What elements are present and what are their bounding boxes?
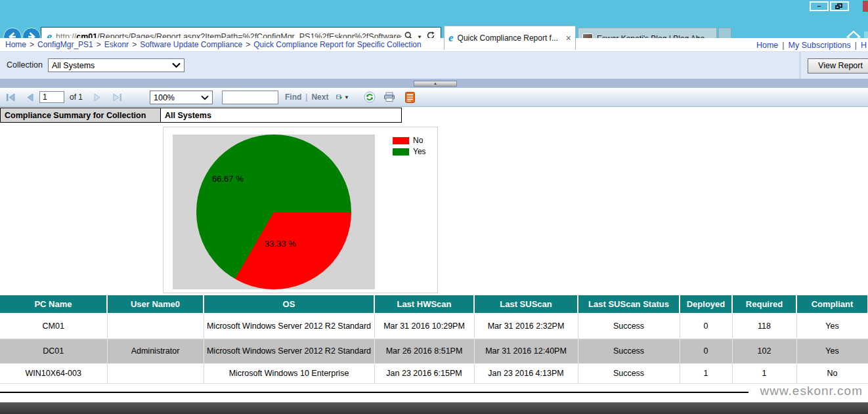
chart-plot-area: 66.67 % 33.33 % <box>173 135 375 289</box>
breadcrumb-current-report[interactable]: Quick Compliance Report for Specific Col… <box>253 40 421 49</box>
breadcrumb-eskonr[interactable]: Eskonr <box>104 40 129 49</box>
pie-label-no: 33.33 % <box>265 239 296 249</box>
table-header-row: PC Name User Name0 OS Last HWScan Last S… <box>0 295 868 314</box>
collection-dropdown[interactable]: All Systems <box>48 58 184 72</box>
col-last-hwscan: Last HWScan <box>374 295 474 314</box>
link-home[interactable]: Home <box>756 41 778 50</box>
col-required: Required <box>732 295 796 314</box>
tab-quick-compliance-report[interactable]: e Quick Compliance Report f... × <box>444 26 576 50</box>
print-icon[interactable] <box>383 91 396 104</box>
bottom-bar <box>0 402 868 414</box>
legend-swatch-no <box>393 137 409 144</box>
chart-legend: No Yes <box>393 136 426 158</box>
legend-item-yes: Yes <box>393 147 426 156</box>
top-links: Home|My Subscriptions|H <box>756 38 867 52</box>
report-footer-line <box>0 392 749 393</box>
summary-value: All Systems <box>160 108 402 123</box>
watermark: www.eskonr.com <box>760 384 863 398</box>
chevron-down-icon <box>201 93 209 102</box>
parameter-splitter: ▲ <box>0 79 868 88</box>
find-next-link[interactable]: Next <box>311 93 328 102</box>
page-count-label: of 1 <box>70 93 83 102</box>
find-text-input[interactable] <box>222 91 278 104</box>
col-last-suscan: Last SUScan <box>474 295 578 314</box>
compliance-pie-chart: 66.67 % 33.33 % No Yes <box>163 127 438 293</box>
view-report-button[interactable]: View Report <box>808 58 868 73</box>
table-row: CM01 Microsoft Windows Server 2012 R2 St… <box>0 314 868 339</box>
chevron-down-icon <box>172 61 181 70</box>
zoom-dropdown[interactable]: 100% <box>150 91 213 104</box>
breadcrumb-configmgr[interactable]: ConfigMgr_PS1 <box>37 40 93 49</box>
col-pc-name: PC Name <box>0 295 107 314</box>
table-row: WIN10X64-003 Microsoft Windows 10 Enterp… <box>0 363 868 383</box>
collection-label: Collection <box>7 60 43 70</box>
browser-nav-bar: e http://cm01/Reports/Pages/Report.aspx?… <box>0 12 868 38</box>
restore-icon[interactable] <box>830 1 849 11</box>
first-page-icon[interactable] <box>4 91 17 104</box>
compliance-table: PC Name User Name0 OS Last HWScan Last S… <box>0 295 868 384</box>
close-icon[interactable] <box>863 1 868 12</box>
summary-label: Compliance Summary for Collection <box>0 108 161 123</box>
collection-dropdown-value: All Systems <box>52 61 95 70</box>
legend-swatch-yes <box>393 148 409 155</box>
title-bar: – <box>0 0 868 12</box>
col-os: OS <box>204 295 374 314</box>
summary-header: Compliance Summary for Collection All Sy… <box>0 108 402 123</box>
data-feed-icon[interactable] <box>403 91 416 104</box>
browser-window: – e http://cm01/Reports/Pages/Report.asp… <box>0 0 868 414</box>
find-link[interactable]: Find <box>285 93 301 102</box>
export-icon[interactable]: ▼ <box>336 91 349 104</box>
link-my-subscriptions[interactable]: My Subscriptions <box>789 41 851 50</box>
panel-divider <box>800 52 800 79</box>
next-page-icon[interactable] <box>91 91 104 104</box>
col-compliant: Compliant <box>796 295 868 314</box>
col-deployed: Deployed <box>680 295 732 314</box>
breadcrumb-home[interactable]: Home <box>5 40 26 49</box>
minimize-icon[interactable]: – <box>810 1 829 11</box>
breadcrumb: Home>ConfigMgr_PS1>Eskonr>Software Updat… <box>0 40 422 49</box>
collapse-handle-icon[interactable]: ▲ <box>414 81 457 87</box>
pie <box>196 135 351 289</box>
pie-label-yes: 66.67 % <box>212 174 244 184</box>
table-row: DC01 Administrator Microsoft Windows Ser… <box>0 339 868 363</box>
page-number-input[interactable] <box>39 91 64 103</box>
last-page-icon[interactable] <box>110 91 123 104</box>
col-last-suscan-status: Last SUScan Status <box>578 295 680 314</box>
legend-item-no: No <box>393 136 426 145</box>
tab-title: Quick Compliance Report f... <box>458 33 563 43</box>
breadcrumb-software-update-compliance[interactable]: Software Update Compliance <box>140 40 242 49</box>
zoom-value: 100% <box>154 93 175 102</box>
previous-page-icon[interactable] <box>24 91 37 104</box>
link-help[interactable]: H <box>861 41 867 50</box>
tab-close-icon[interactable]: × <box>566 33 571 43</box>
refresh-report-icon[interactable] <box>363 91 376 104</box>
ie-favicon-icon: e <box>448 31 454 45</box>
chevron-down-icon: ▼ <box>344 94 349 100</box>
breadcrumb-bar: Home>ConfigMgr_PS1>Eskonr>Software Updat… <box>0 38 868 52</box>
col-user-name0: User Name0 <box>107 295 204 314</box>
report-parameters-panel: Collection All Systems View Report <box>0 52 868 79</box>
report-toolbar: of 1 100% Find | Next ▼ <box>0 88 868 107</box>
